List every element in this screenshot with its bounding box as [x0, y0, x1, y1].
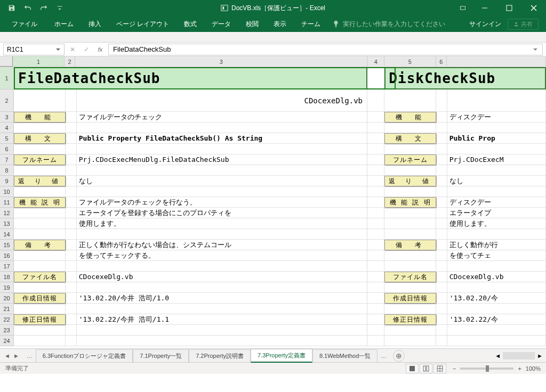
view-normal-button[interactable]	[406, 364, 419, 373]
cell[interactable]	[384, 165, 436, 176]
cell[interactable]	[384, 261, 436, 272]
cell[interactable]	[447, 325, 546, 336]
cell[interactable]	[14, 229, 66, 240]
cell[interactable]	[77, 336, 367, 346]
cell[interactable]	[367, 165, 384, 176]
cell[interactable]: ファイル名	[14, 272, 66, 282]
cell[interactable]	[66, 89, 77, 112]
cell[interactable]	[367, 154, 384, 165]
cell[interactable]	[77, 229, 367, 240]
cell[interactable]: 返 り 値	[14, 176, 66, 186]
cell[interactable]: Prj.CDocExecM	[447, 154, 546, 165]
save-button[interactable]	[4, 1, 19, 15]
cell[interactable]: フルネーム	[384, 154, 436, 165]
cell[interactable]	[384, 89, 436, 112]
cell[interactable]	[14, 261, 66, 272]
cell[interactable]	[367, 186, 384, 197]
cell[interactable]: FileDataCheckSub	[14, 67, 367, 89]
cell[interactable]	[66, 250, 77, 261]
accept-formula-button[interactable]: ✓	[82, 46, 91, 53]
cell[interactable]: 構 文	[14, 133, 66, 144]
cell[interactable]	[367, 282, 384, 293]
cell[interactable]	[436, 229, 447, 240]
cell[interactable]	[14, 336, 66, 346]
cell[interactable]	[436, 325, 447, 336]
sheet-tab[interactable]: 6.3Functionプロシージャ定義書	[36, 349, 133, 362]
cell[interactable]	[367, 208, 384, 218]
row-header[interactable]: 12	[0, 208, 14, 218]
cell[interactable]	[367, 304, 384, 314]
cell[interactable]: 使用します。	[447, 218, 546, 229]
cell[interactable]	[14, 165, 66, 176]
cell[interactable]: を使ってチェックする。	[77, 250, 367, 261]
hscroll-left[interactable]: ◄	[495, 353, 501, 359]
cell[interactable]	[367, 89, 384, 112]
cell[interactable]	[66, 218, 77, 229]
zoom-in-button[interactable]: +	[518, 365, 521, 372]
cell[interactable]	[384, 282, 436, 293]
tab-insert[interactable]: 挿入	[81, 16, 109, 32]
cell[interactable]	[77, 186, 367, 197]
cell[interactable]	[447, 304, 546, 314]
cell[interactable]	[66, 261, 77, 272]
col-header-4[interactable]: 4	[367, 56, 384, 67]
cell[interactable]	[66, 154, 77, 165]
cell[interactable]	[77, 282, 367, 293]
cell[interactable]	[447, 123, 546, 133]
tab-home[interactable]: ホーム	[47, 16, 81, 32]
cell[interactable]: なし	[77, 176, 367, 186]
cell[interactable]	[66, 197, 77, 208]
cell[interactable]	[436, 154, 447, 165]
cell[interactable]: '13.02.22/今井 浩司/1.1	[77, 314, 367, 325]
zoom-out-button[interactable]: −	[453, 365, 456, 372]
cell[interactable]	[367, 293, 384, 304]
cell[interactable]: 返 り 値	[384, 176, 436, 186]
cell[interactable]	[367, 67, 384, 89]
cell[interactable]	[436, 208, 447, 218]
view-page-layout-button[interactable]	[420, 364, 432, 373]
col-header-5[interactable]: 5	[384, 56, 436, 67]
cell[interactable]	[77, 304, 367, 314]
cell[interactable]: 作成日情報	[384, 293, 436, 304]
cell[interactable]	[66, 240, 77, 250]
cell[interactable]: 構 文	[384, 133, 436, 144]
cell[interactable]: 修正日情報	[14, 314, 66, 325]
row-header[interactable]: 14	[0, 229, 14, 240]
cell[interactable]	[66, 293, 77, 304]
sheet-nav-next[interactable]: ►	[13, 353, 19, 359]
sheet-nav-prev[interactable]: ◄	[4, 353, 10, 359]
cell[interactable]	[66, 133, 77, 144]
sheet-more-right[interactable]: …	[378, 353, 390, 359]
cell[interactable]	[14, 325, 66, 336]
expand-formula-icon[interactable]	[533, 47, 538, 52]
col-header-6[interactable]: 6	[436, 56, 447, 67]
row-header[interactable]: 3	[0, 112, 14, 123]
cell[interactable]	[436, 133, 447, 144]
col-header-3[interactable]: 3	[75, 56, 367, 67]
cell[interactable]	[367, 272, 384, 282]
cell[interactable]	[367, 250, 384, 261]
cell[interactable]	[14, 304, 66, 314]
col-header-7[interactable]	[447, 56, 546, 67]
sheet-tab[interactable]: 7.2Property説明書	[189, 349, 251, 362]
row-header[interactable]: 9	[0, 176, 14, 186]
cell[interactable]	[66, 325, 77, 336]
cell[interactable]	[14, 282, 66, 293]
formula-input[interactable]: FileDataCheckSub	[108, 44, 543, 55]
qat-dropdown[interactable]	[52, 1, 67, 15]
cell[interactable]	[14, 208, 66, 218]
cell[interactable]: なし	[447, 176, 546, 186]
cell[interactable]: DiskCheckSub	[384, 67, 546, 89]
cell[interactable]	[436, 272, 447, 282]
cell[interactable]	[367, 336, 384, 346]
cell[interactable]: Public Prop	[447, 133, 546, 144]
cell[interactable]	[384, 123, 436, 133]
sign-in-link[interactable]: サインイン	[463, 20, 508, 29]
cell[interactable]	[447, 165, 546, 176]
cell[interactable]: Public Property FileDataCheckSub() As St…	[77, 133, 367, 144]
view-page-break-button[interactable]	[433, 364, 446, 373]
cell[interactable]	[447, 336, 546, 346]
cell[interactable]	[436, 304, 447, 314]
cell[interactable]: フルネーム	[14, 154, 66, 165]
cell[interactable]	[367, 176, 384, 186]
